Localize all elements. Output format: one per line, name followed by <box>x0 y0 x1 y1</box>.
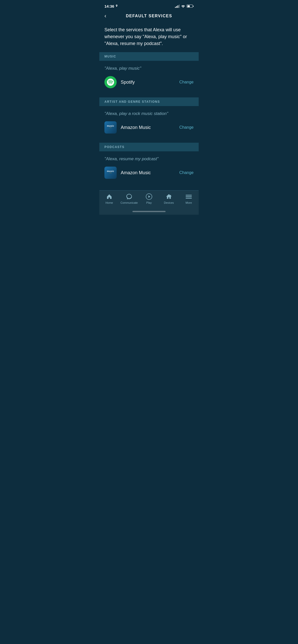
nav-item-play[interactable]: Play <box>139 193 159 204</box>
more-label: More <box>185 201 192 204</box>
page-title: DEFAULT SERVICES <box>126 14 172 18</box>
artist-genre-section-content: "Alexa, play a rock music station" music… <box>99 106 199 143</box>
main-content: MUSIC "Alexa, play music" Spotify Change… <box>99 52 199 190</box>
bottom-nav: Home Communicate Play Devices <box>99 190 199 209</box>
podcasts-service-row: music ⌒ Amazon Music Change <box>104 167 194 183</box>
music-service-left: Spotify <box>104 76 135 88</box>
svg-rect-5 <box>186 198 192 199</box>
artist-genre-service-row: music ⌒ Amazon Music Change <box>104 121 194 138</box>
status-time: 14:36 <box>104 4 118 8</box>
devices-icon <box>165 193 172 200</box>
home-label: Home <box>105 201 113 204</box>
spotify-icon <box>104 76 117 88</box>
spotify-logo <box>107 79 114 86</box>
artist-genre-service-left: music ⌒ Amazon Music <box>104 121 151 134</box>
home-icon <box>106 193 113 200</box>
nav-item-home[interactable]: Home <box>99 193 119 204</box>
nav-item-more[interactable]: More <box>179 193 199 204</box>
home-indicator <box>99 209 199 215</box>
podcasts-service-left: music ⌒ Amazon Music <box>104 167 151 179</box>
devices-label: Devices <box>164 201 174 204</box>
status-bar: 14:36 <box>99 0 199 11</box>
home-indicator-bar <box>132 211 166 212</box>
battery-icon <box>187 5 194 8</box>
status-icons <box>175 4 194 8</box>
play-icon <box>145 193 153 200</box>
wifi-icon <box>181 5 185 8</box>
nav-item-devices[interactable]: Devices <box>159 193 179 204</box>
podcasts-change-button[interactable]: Change <box>179 170 194 175</box>
svg-rect-4 <box>186 196 192 197</box>
music-service-row: Spotify Change <box>104 76 194 92</box>
nav-item-communicate[interactable]: Communicate <box>119 193 139 204</box>
header: ‹ DEFAULT SERVICES <box>99 11 199 22</box>
communicate-label: Communicate <box>120 201 138 204</box>
amazon-music-icon-1: music ⌒ <box>104 121 117 134</box>
artist-genre-service-name: Amazon Music <box>121 125 151 130</box>
play-label: Play <box>146 201 152 204</box>
artist-genre-change-button[interactable]: Change <box>179 125 194 130</box>
svg-point-2 <box>170 195 171 196</box>
back-button[interactable]: ‹ <box>104 13 106 19</box>
more-icon <box>185 193 192 200</box>
section-header-podcasts: PODCASTS <box>99 143 199 151</box>
communicate-icon <box>126 193 133 200</box>
music-change-button[interactable]: Change <box>179 80 194 84</box>
music-voice-command: "Alexa, play music" <box>104 66 194 71</box>
page-description: Select the services that Alexa will use … <box>99 22 199 52</box>
music-service-name: Spotify <box>121 80 135 85</box>
section-header-music: MUSIC <box>99 52 199 61</box>
artist-genre-voice-command: "Alexa, play a rock music station" <box>104 111 194 116</box>
podcasts-voice-command: "Alexa, resume my podcast" <box>104 156 194 162</box>
podcasts-service-name: Amazon Music <box>121 170 151 175</box>
podcasts-section-content: "Alexa, resume my podcast" music ⌒ Amazo… <box>99 151 199 188</box>
svg-rect-3 <box>186 195 192 196</box>
location-icon <box>115 5 118 8</box>
music-section-content: "Alexa, play music" Spotify Change <box>99 61 199 97</box>
svg-marker-1 <box>148 195 150 198</box>
amazon-music-icon-2: music ⌒ <box>104 167 117 179</box>
signal-icon <box>175 4 180 8</box>
section-header-artist-genre: ARTIST AND GENRE STATIONS <box>99 97 199 106</box>
